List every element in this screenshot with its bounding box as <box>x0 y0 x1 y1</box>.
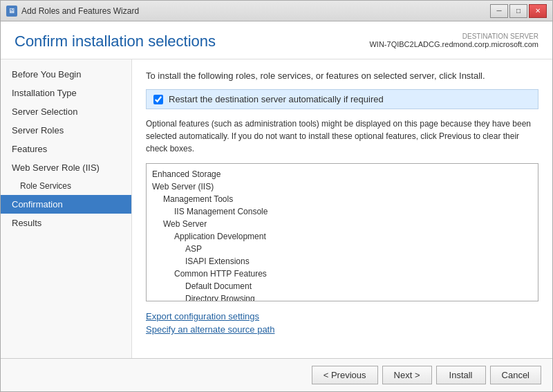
destination-label: DESTINATION SERVER <box>369 32 538 40</box>
next-button[interactable]: Next > <box>382 366 432 384</box>
title-bar-left: 🖥 Add Roles and Features Wizard <box>6 6 139 17</box>
install-description: To install the following roles, role ser… <box>146 71 538 81</box>
restart-checkbox-row[interactable]: Restart the destination server automatic… <box>146 89 538 109</box>
cancel-button[interactable]: Cancel <box>490 366 541 384</box>
export-config-link[interactable]: Export configuration settings <box>146 311 538 321</box>
destination-server-info: DESTINATION SERVER WIN-7QIBC2LADCG.redmo… <box>369 32 538 48</box>
restore-button[interactable]: □ <box>509 4 527 18</box>
sidebar-item-web-server-role-iis[interactable]: Web Server Role (IIS) <box>1 158 131 177</box>
previous-button[interactable]: < Previous <box>312 366 378 384</box>
feature-item: Enhanced Storage <box>147 168 538 180</box>
features-list-box[interactable]: Enhanced StorageWeb Server (IIS)Manageme… <box>146 163 538 301</box>
content-area: To install the following roles, role ser… <box>132 59 552 358</box>
restart-label: Restart the destination server automatic… <box>169 94 384 104</box>
sidebar-item-server-roles[interactable]: Server Roles <box>1 121 131 140</box>
window-title: Add Roles and Features Wizard <box>21 6 139 16</box>
sidebar-item-features[interactable]: Features <box>1 140 131 158</box>
sidebar-item-results[interactable]: Results <box>1 214 131 232</box>
restart-checkbox[interactable] <box>153 95 163 104</box>
feature-item: Common HTTP Features <box>147 268 538 280</box>
feature-item: ASP <box>147 243 538 255</box>
title-bar: 🖥 Add Roles and Features Wizard ─ □ ✕ <box>1 1 552 21</box>
window-icon: 🖥 <box>6 6 17 17</box>
sidebar-item-server-selection[interactable]: Server Selection <box>1 102 131 121</box>
optional-note: Optional features (such as administratio… <box>146 118 538 155</box>
sidebar-item-confirmation[interactable]: Confirmation <box>1 195 131 214</box>
feature-item: ISAPI Extensions <box>147 255 538 268</box>
minimize-button[interactable]: ─ <box>490 4 508 18</box>
feature-item: IIS Management Console <box>147 205 538 218</box>
feature-item: Application Development <box>147 230 538 243</box>
footer: < Previous Next > Install Cancel <box>1 358 552 391</box>
alternate-source-link[interactable]: Specify an alternate source path <box>146 324 538 335</box>
sidebar-item-role-services[interactable]: Role Services <box>1 177 131 195</box>
header-section: Confirm installation selections DESTINAT… <box>1 21 552 59</box>
sidebar: Before You BeginInstallation TypeServer … <box>1 59 132 358</box>
sidebar-item-installation-type[interactable]: Installation Type <box>1 84 131 102</box>
main-content: Before You BeginInstallation TypeServer … <box>1 59 552 358</box>
links-section: Export configuration settings Specify an… <box>146 311 538 335</box>
sidebar-item-before-you-begin[interactable]: Before You Begin <box>1 65 131 84</box>
close-button[interactable]: ✕ <box>529 4 547 18</box>
destination-name: WIN-7QIBC2LADCG.redmond.corp.microsoft.c… <box>369 40 538 48</box>
feature-item: Management Tools <box>147 193 538 205</box>
feature-item: Default Document <box>147 280 538 292</box>
feature-item: Web Server (IIS) <box>147 180 538 193</box>
title-bar-controls: ─ □ ✕ <box>490 4 547 18</box>
feature-item: Web Server <box>147 218 538 230</box>
wizard-window: 🖥 Add Roles and Features Wizard ─ □ ✕ Co… <box>0 0 553 392</box>
feature-item: Directory Browsing <box>147 292 538 301</box>
page-title: Confirm installation selections <box>15 32 216 50</box>
install-button[interactable]: Install <box>436 366 486 384</box>
